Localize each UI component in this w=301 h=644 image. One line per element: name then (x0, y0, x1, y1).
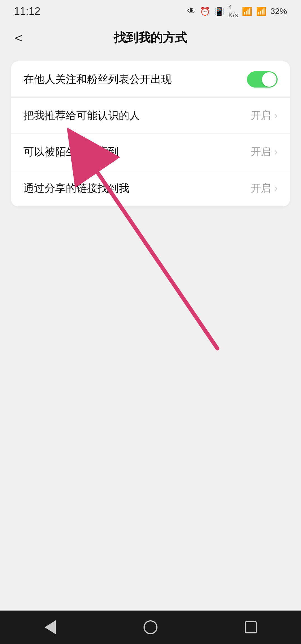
annotation-arrow (0, 53, 301, 611)
speed-indicator: 4K/s (228, 3, 238, 19)
eye-icon: 👁 (187, 6, 196, 16)
back-triangle-icon (45, 620, 56, 634)
nav-back-button[interactable] (39, 616, 61, 638)
status-icons: 👁 ⏰ 📳 4K/s 📶 📶 32% (187, 3, 287, 19)
nav-recent-button[interactable] (240, 616, 262, 638)
nav-home-button[interactable] (139, 616, 162, 638)
bottom-nav (0, 611, 301, 644)
svg-line-1 (82, 150, 217, 348)
back-button[interactable]: ＜ (11, 28, 26, 47)
wifi-icon: 📶 (242, 6, 252, 16)
vibrate-icon: 📳 (214, 6, 224, 16)
top-nav: ＜ 找到我的方式 (0, 22, 301, 53)
status-bar: 11:12 👁 ⏰ 📳 4K/s 📶 📶 32% (0, 0, 301, 22)
recent-square-icon (245, 621, 257, 633)
signal-icon: 📶 (256, 6, 266, 16)
battery-indicator: 32% (270, 6, 287, 16)
alarm-icon: ⏰ (200, 6, 210, 16)
content-area: 在他人关注和粉丝列表公开出现 把我推荐给可能认识的人 开启 › 可以被陌生人搜索… (0, 53, 301, 611)
home-circle-icon (144, 620, 157, 634)
page-title: 找到我的方式 (114, 30, 187, 46)
status-time: 11:12 (14, 5, 40, 17)
